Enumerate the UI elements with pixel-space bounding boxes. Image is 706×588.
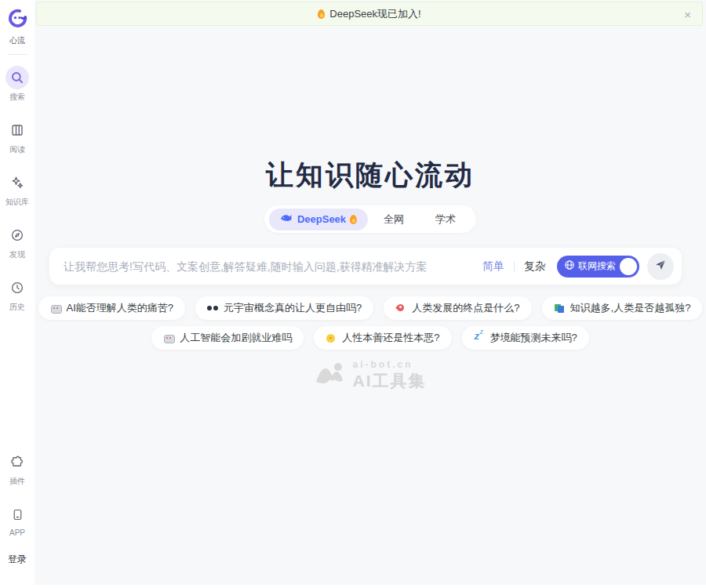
chip-label: 人性本善还是性本恶?: [342, 331, 439, 345]
suggestion-chip[interactable]: AI能否理解人类的痛苦?: [38, 296, 186, 320]
sidebar-item-search[interactable]: 搜索: [5, 66, 29, 103]
send-button[interactable]: [647, 253, 674, 280]
sidebar-item-label: 搜索: [9, 92, 25, 103]
search-mode-tabs: DeepSeek 全网 学术: [264, 205, 476, 233]
chip-label: 人类发展的终点是什么?: [412, 301, 519, 315]
tab-web[interactable]: 全网: [368, 208, 420, 231]
flame-icon: [318, 9, 325, 19]
search-bar: 简单 复杂 联网搜索: [49, 248, 682, 285]
logo-label: 心流: [9, 35, 25, 46]
main-area: DeepSeek现已加入! × 让知识随心流动 DeepSeek 全网: [35, 0, 706, 585]
sidebar-item-plugins[interactable]: 插件: [5, 450, 29, 487]
watermark-text: ai-bot.cn AI工具集: [353, 359, 427, 392]
sidebar-item-label: APP: [9, 528, 25, 537]
chip-label: 知识越多,人类是否越孤独?: [570, 301, 691, 315]
xinliu-logo-icon: [7, 8, 28, 32]
tab-label: DeepSeek: [297, 213, 346, 225]
zzz-icon: [474, 332, 485, 343]
clock-icon: [5, 276, 29, 299]
suggestion-chip[interactable]: 知识越多,人类是否越孤独?: [542, 296, 703, 320]
banner-text: DeepSeek现已加入!: [318, 7, 420, 21]
tab-label: 全网: [384, 212, 404, 227]
sidebar-item-label: 阅读: [9, 144, 25, 155]
sidebar-item-label: 知识库: [5, 197, 29, 208]
suggestion-chip[interactable]: 人性本善还是性本恶?: [314, 326, 451, 350]
mode-simple-option[interactable]: 简单: [482, 260, 504, 274]
sidebar-logo[interactable]: 心流: [7, 8, 28, 46]
net-search-toggle[interactable]: 联网搜索: [557, 256, 639, 278]
book-icon: [5, 118, 29, 142]
sidebar-item-label: 插件: [9, 476, 25, 487]
announcement-banner: DeepSeek现已加入! ×: [36, 2, 703, 26]
puzzle-icon: [5, 450, 29, 474]
books-icon: [554, 303, 565, 314]
app-window: 心流 搜索 阅读 知识库: [0, 0, 706, 588]
sidebar-item-knowledge[interactable]: 知识库: [5, 171, 29, 208]
aibot-logo-icon: [315, 361, 346, 390]
chip-label: 梦境能预测未来吗?: [490, 331, 577, 345]
sidebar: 心流 搜索 阅读 知识库: [0, 0, 35, 588]
chick-icon: [326, 332, 337, 343]
robot-icon: [163, 332, 174, 343]
search-input[interactable]: [64, 260, 482, 273]
banner-label: DeepSeek现已加入!: [329, 7, 420, 21]
sidebar-item-discover[interactable]: 发现: [5, 223, 29, 260]
page-title: 让知识随心流动: [35, 157, 706, 194]
suggestion-row-2: 人工智能会加剧就业难吗 人性本善还是性本恶? 梦境能预测未来吗?: [35, 326, 706, 350]
sidebar-item-app[interactable]: APP: [5, 503, 29, 537]
sidebar-item-read[interactable]: 阅读: [5, 118, 29, 155]
sidebar-item-label: 历史: [9, 302, 25, 313]
phone-icon: [5, 503, 29, 526]
whale-icon: [280, 213, 293, 226]
chip-label: AI能否理解人类的痛苦?: [67, 301, 174, 315]
suggestion-chip[interactable]: 梦境能预测未来吗?: [462, 326, 589, 350]
tab-label: 学术: [435, 212, 456, 227]
tab-academic[interactable]: 学术: [420, 208, 471, 231]
robot-icon: [50, 303, 61, 314]
suggestion-row-1: AI能否理解人类的痛苦? 元宇宙概念真的让人更自由吗? 人类发展的终点是什么? …: [35, 296, 706, 320]
suggestion-chip[interactable]: 人工智能会加剧就业难吗: [151, 326, 304, 350]
search-icon: [5, 66, 29, 89]
sunglasses-icon: [207, 303, 218, 314]
net-toggle-label: 联网搜索: [578, 260, 616, 273]
close-icon[interactable]: ×: [684, 8, 691, 20]
sidebar-item-history[interactable]: 历史: [5, 276, 29, 313]
tab-deepseek[interactable]: DeepSeek: [269, 209, 368, 230]
sidebar-item-label: 发现: [9, 249, 25, 260]
login-button[interactable]: 登录: [8, 553, 27, 566]
toggle-knob: [620, 258, 637, 275]
compass-icon: [5, 223, 29, 247]
watermark-url: ai-bot.cn: [353, 359, 427, 370]
rocket-icon: [395, 303, 406, 314]
mode-divider: [514, 261, 515, 272]
flame-icon: [350, 215, 357, 224]
stars-icon: [5, 171, 29, 194]
suggestion-chip[interactable]: 元宇宙概念真的让人更自由吗?: [195, 296, 373, 320]
suggestion-chip[interactable]: 人类发展的终点是什么?: [384, 296, 531, 320]
mode-complex-option[interactable]: 复杂: [524, 260, 546, 274]
sidebar-divider: [7, 54, 27, 55]
watermark-title: AI工具集: [353, 370, 427, 392]
chip-label: 元宇宙概念真的让人更自由吗?: [224, 301, 362, 315]
chip-label: 人工智能会加剧就业难吗: [180, 331, 292, 345]
globe-icon: [564, 260, 575, 274]
send-icon: [654, 259, 667, 274]
watermark: ai-bot.cn AI工具集: [35, 359, 706, 392]
